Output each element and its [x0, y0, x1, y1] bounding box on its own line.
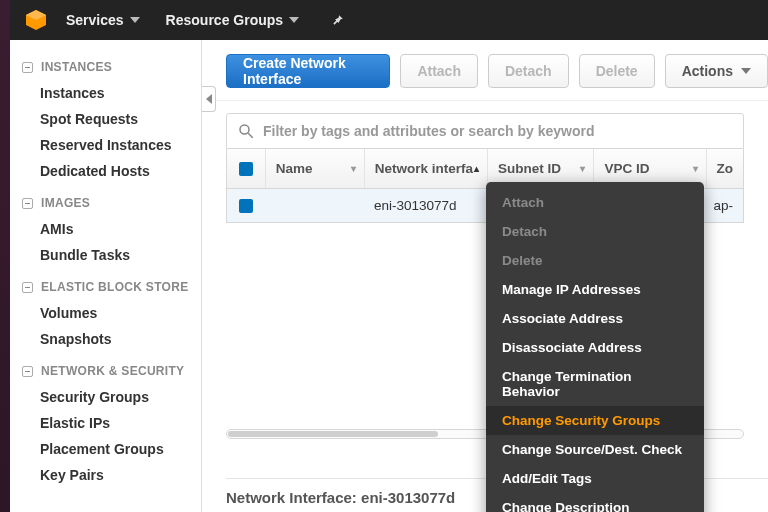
- sidebar-inner: INSTANCES Instances Spot Requests Reserv…: [10, 40, 201, 488]
- sort-icon: ▾: [693, 163, 698, 174]
- svg-marker-3: [289, 17, 299, 23]
- sidebar-item-security-groups[interactable]: Security Groups: [20, 384, 197, 410]
- col-network-interface-id[interactable]: Network interfa▴: [365, 149, 488, 188]
- scrollbar-thumb[interactable]: [228, 431, 438, 437]
- search-icon: [237, 122, 255, 140]
- aws-topbar: Services Resource Groups: [10, 0, 768, 40]
- svg-marker-4: [206, 94, 212, 104]
- sidebar-item-key-pairs[interactable]: Key Pairs: [20, 462, 197, 488]
- col-label: Zo: [717, 161, 734, 176]
- cell-zone: ap-: [714, 198, 734, 213]
- detail-label: Network Interface: eni-3013077d: [226, 489, 455, 506]
- chevron-down-icon: [741, 68, 751, 74]
- actions-button[interactable]: Actions: [665, 54, 768, 88]
- sidebar-group-network-security[interactable]: NETWORK & SECURITY: [22, 364, 197, 378]
- ctx-change-description[interactable]: Change Description: [486, 493, 704, 512]
- sidebar-group-ebs[interactable]: ELASTIC BLOCK STORE: [22, 280, 197, 294]
- create-network-interface-button[interactable]: Create Network Interface: [226, 54, 390, 88]
- detach-button[interactable]: Detach: [488, 54, 569, 88]
- row-select-cell[interactable]: [227, 189, 266, 222]
- sidebar-group-label: ELASTIC BLOCK STORE: [41, 280, 189, 294]
- sidebar-item-instances[interactable]: Instances: [20, 80, 197, 106]
- sidebar-item-dedicated-hosts[interactable]: Dedicated Hosts: [20, 158, 197, 184]
- ctx-change-security-groups[interactable]: Change Security Groups: [486, 406, 704, 435]
- collapse-icon: [22, 366, 33, 377]
- pin-icon[interactable]: [331, 13, 345, 27]
- filter-searchbar[interactable]: [226, 113, 744, 149]
- col-label: Network interfa: [375, 161, 473, 176]
- sidebar-collapse-handle[interactable]: [202, 86, 216, 112]
- checkbox-icon: [239, 162, 253, 176]
- collapse-icon: [22, 198, 33, 209]
- button-label: Detach: [505, 63, 552, 79]
- chevron-down-icon: [130, 17, 140, 23]
- sidebar-group-label: NETWORK & SECURITY: [41, 364, 184, 378]
- col-zone[interactable]: Zo: [707, 149, 744, 188]
- ctx-attach[interactable]: Attach: [486, 188, 704, 217]
- sidebar-item-amis[interactable]: AMIs: [20, 216, 197, 242]
- ctx-associate-address[interactable]: Associate Address: [486, 304, 704, 333]
- ctx-change-source-dest-check[interactable]: Change Source/Dest. Check: [486, 435, 704, 464]
- button-label: Actions: [682, 63, 733, 79]
- col-name[interactable]: Name▾: [266, 149, 365, 188]
- sidebar-item-reserved-instances[interactable]: Reserved Instances: [20, 132, 197, 158]
- svg-point-6: [240, 125, 249, 134]
- col-label: VPC ID: [604, 161, 649, 176]
- sidebar-item-snapshots[interactable]: Snapshots: [20, 326, 197, 352]
- ctx-add-edit-tags[interactable]: Add/Edit Tags: [486, 464, 704, 493]
- actions-context-menu: Attach Detach Delete Manage IP Addresses…: [486, 182, 704, 512]
- delete-button[interactable]: Delete: [579, 54, 655, 88]
- ctx-disassociate-address[interactable]: Disassociate Address: [486, 333, 704, 362]
- svg-marker-2: [130, 17, 140, 23]
- ctx-delete[interactable]: Delete: [486, 246, 704, 275]
- cell-network-interface-id: eni-3013077d: [374, 198, 457, 213]
- select-all-cell[interactable]: [227, 149, 266, 188]
- services-menu[interactable]: Services: [66, 12, 140, 28]
- svg-marker-5: [741, 68, 751, 74]
- svg-line-7: [248, 133, 253, 138]
- collapse-icon: [22, 62, 33, 73]
- ctx-manage-ip-addresses[interactable]: Manage IP Addresses: [486, 275, 704, 304]
- sidebar-group-images[interactable]: IMAGES: [22, 196, 197, 210]
- sidebar-item-bundle-tasks[interactable]: Bundle Tasks: [20, 242, 197, 268]
- attach-button[interactable]: Attach: [400, 54, 478, 88]
- os-launcher-stripe: [0, 0, 10, 512]
- services-label: Services: [66, 12, 124, 28]
- sidebar-group-label: IMAGES: [41, 196, 90, 210]
- ctx-detach[interactable]: Detach: [486, 217, 704, 246]
- sidebar-item-placement-groups[interactable]: Placement Groups: [20, 436, 197, 462]
- sidebar-item-volumes[interactable]: Volumes: [20, 300, 197, 326]
- ctx-change-termination-behavior[interactable]: Change Termination Behavior: [486, 362, 704, 406]
- toolbar: Create Network Interface Attach Detach D…: [202, 40, 768, 101]
- col-label: Name: [276, 161, 313, 176]
- aws-logo-icon[interactable]: [24, 8, 48, 32]
- button-label: Delete: [596, 63, 638, 79]
- sidebar-item-spot-requests[interactable]: Spot Requests: [20, 106, 197, 132]
- ec2-sidebar: INSTANCES Instances Spot Requests Reserv…: [10, 40, 202, 512]
- sort-icon: ▾: [580, 163, 585, 174]
- collapse-icon: [22, 282, 33, 293]
- chevron-down-icon: [289, 17, 299, 23]
- button-label: Create Network Interface: [243, 55, 373, 87]
- resource-groups-label: Resource Groups: [166, 12, 283, 28]
- sidebar-group-label: INSTANCES: [41, 60, 112, 74]
- button-label: Attach: [417, 63, 461, 79]
- sort-icon: ▾: [351, 163, 356, 174]
- resource-groups-menu[interactable]: Resource Groups: [166, 12, 299, 28]
- checkbox-icon: [239, 199, 253, 213]
- sidebar-item-elastic-ips[interactable]: Elastic IPs: [20, 410, 197, 436]
- sidebar-group-instances[interactable]: INSTANCES: [22, 60, 197, 74]
- sort-asc-icon: ▴: [474, 163, 479, 174]
- search-input[interactable]: [263, 123, 733, 139]
- col-label: Subnet ID: [498, 161, 561, 176]
